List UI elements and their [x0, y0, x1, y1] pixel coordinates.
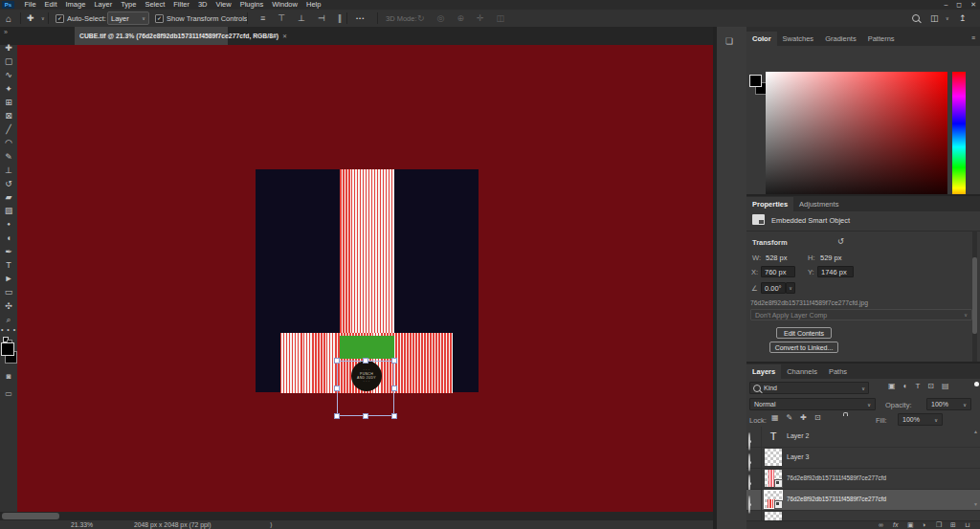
layer-row-pixel[interactable]: Layer 3 — [746, 448, 980, 469]
menu-image[interactable]: Image — [61, 0, 90, 10]
minimize-icon[interactable]: – — [944, 0, 947, 10]
striped-column[interactable] — [340, 169, 394, 333]
blend-mode-dropdown[interactable]: Normal ∨ — [749, 398, 876, 410]
brush-tool[interactable]: ✎ — [0, 150, 17, 164]
workspace-icon[interactable]: ◫ — [930, 10, 939, 27]
transform-handle-top-center[interactable] — [363, 358, 368, 364]
clone-stamp-tool[interactable]: ⊥ — [0, 164, 17, 177]
quick-mask-icon[interactable]: ◙ — [0, 372, 17, 381]
transform-handle-bottom-left[interactable] — [334, 413, 340, 419]
properties-scrollbar[interactable] — [972, 231, 977, 374]
menu-window[interactable]: Window — [268, 0, 302, 10]
menu-layer[interactable]: Layer — [90, 0, 117, 10]
layer-name[interactable]: 76d2e8f92db157311f4589f7ce277cfd — [787, 496, 886, 502]
checkbox-check-icon[interactable]: ✓ — [155, 14, 164, 23]
adjustment-layer-icon[interactable]: ◑ — [922, 521, 925, 528]
search-icon[interactable] — [912, 10, 920, 27]
angle-input[interactable]: 0.00° — [761, 282, 786, 294]
eraser-tool[interactable]: ▰ — [0, 190, 17, 204]
layer-row-partial[interactable] — [746, 511, 980, 520]
home-icon[interactable]: ⌂ — [6, 10, 11, 27]
transform-handle-top-left[interactable] — [334, 358, 340, 364]
tab-paths[interactable]: Paths — [823, 364, 853, 379]
menu-view[interactable]: View — [212, 0, 235, 10]
lock-icon-2[interactable]: ✚ — [800, 413, 807, 422]
menu-file[interactable]: File — [20, 0, 40, 10]
layer-thumbnail[interactable] — [765, 449, 782, 466]
layer-name[interactable]: Layer 2 — [787, 432, 809, 439]
share-icon[interactable]: ↥ — [959, 10, 967, 27]
hue-slider[interactable] — [952, 72, 966, 209]
collapsed-panel-icon[interactable]: ❏ — [725, 36, 733, 46]
smart-object-thumbnail[interactable] — [765, 470, 782, 487]
layer-row-smart-object[interactable]: 76d2e8f92db157311f4589f7ce277cfd — [746, 469, 980, 490]
tab-color[interactable]: Color — [746, 32, 777, 46]
transform-handle-bottom-right[interactable] — [391, 413, 397, 419]
maximize-icon[interactable]: ◻ — [956, 0, 962, 10]
move-tool[interactable]: ✚ — [0, 41, 17, 55]
magic-wand-tool[interactable]: ✦ — [0, 82, 17, 96]
transform-handle-top-right[interactable] — [391, 358, 397, 364]
healing-brush-tool[interactable]: ◠ — [0, 136, 17, 149]
pen-tool[interactable]: ✒ — [0, 245, 17, 258]
auto-select-dropdown[interactable]: Layer ∨ — [107, 10, 149, 27]
align-distribute-icon-2[interactable]: ⊥ — [298, 13, 305, 23]
menu-3d[interactable]: 3D — [193, 0, 212, 10]
lasso-tool[interactable]: ∿ — [0, 68, 17, 81]
y-input[interactable]: 1746 px — [817, 266, 854, 277]
new-layer-icon[interactable]: ⊞ — [950, 521, 956, 529]
layer-filter-dropdown[interactable]: Kind ∨ — [749, 382, 869, 394]
tab-channels[interactable]: Channels — [781, 364, 823, 379]
align-distribute-icon-4[interactable]: ∥ — [338, 13, 343, 23]
shape-tool[interactable]: ▭ — [0, 285, 17, 298]
width-value[interactable]: 528 px — [766, 253, 788, 262]
canvas-area[interactable]: · · · PUNCH AND JUDY · · · — [17, 45, 713, 512]
more-options-icon[interactable]: ••• — [356, 10, 365, 27]
x-input[interactable]: 760 px — [761, 266, 795, 277]
tab-properties[interactable]: Properties — [746, 197, 793, 211]
gradient-tool[interactable]: ▨ — [0, 204, 17, 217]
foreground-color-swatch[interactable] — [1, 342, 14, 356]
link-layers-icon[interactable]: ∞ — [879, 521, 883, 528]
lock-icon-3[interactable]: ⊡ — [814, 413, 821, 422]
menu-select[interactable]: Select — [141, 0, 169, 10]
close-icon[interactable]: ✕ — [970, 0, 976, 10]
menu-type[interactable]: Type — [117, 0, 141, 10]
hand-tool[interactable]: ✣ — [0, 299, 17, 313]
angle-caret-icon[interactable]: ∨ — [786, 282, 795, 294]
layer-row-smart-object-selected[interactable]: 76d2e8f92db157311f4589f7ce277cfd — [746, 490, 980, 511]
color-field[interactable] — [766, 72, 947, 209]
layer-name[interactable]: Layer 3 — [787, 453, 809, 460]
layer-filter-icon-1[interactable]: ◐ — [903, 382, 908, 390]
tab-gradients[interactable]: Gradients — [819, 32, 862, 46]
eyedropper-tool[interactable]: ╱ — [0, 122, 17, 136]
convert-to-linked-button[interactable]: Convert to Linked... — [769, 342, 838, 353]
transform-handle-mid-left[interactable] — [334, 386, 340, 391]
layer-mask-icon[interactable]: ▣ — [907, 521, 914, 529]
reset-transform-icon[interactable]: ↺ — [837, 237, 844, 246]
tab-layers[interactable]: Layers — [746, 364, 781, 379]
dodge-tool[interactable]: ◖ — [0, 231, 17, 245]
marquee-tool[interactable]: ▢ — [0, 55, 17, 68]
align-distribute-icon-3[interactable]: ⊣ — [318, 13, 325, 23]
move-tool-icon[interactable]: ✚ — [27, 10, 34, 27]
transform-handle-mid-right[interactable] — [391, 386, 397, 391]
panel-menu-icon[interactable]: ≡ — [971, 34, 975, 41]
menu-filter[interactable]: Filter — [169, 0, 194, 10]
layer-filter-icon-4[interactable]: ▤ — [942, 382, 949, 390]
scroll-up-icon[interactable]: ▲ — [973, 429, 978, 434]
delete-layer-icon[interactable]: ⊔ — [965, 521, 969, 529]
auto-select-checkbox[interactable]: ✓ Auto-Select: — [56, 10, 106, 27]
align-distribute-icon-1[interactable]: ⊤ — [278, 13, 285, 23]
scrollbar-thumb[interactable] — [972, 257, 977, 334]
layer-row-text[interactable]: T Layer 2 — [746, 427, 980, 448]
move-tool-caret-icon[interactable]: ∨ — [41, 10, 45, 27]
tab-swatches[interactable]: Swatches — [777, 32, 820, 46]
edit-contents-button[interactable]: Edit Contents — [776, 327, 832, 339]
layer-filter-icon-3[interactable]: ⊡ — [927, 382, 934, 390]
transform-handle-bottom-center[interactable] — [363, 413, 368, 419]
horizontal-scrollbar[interactable] — [0, 512, 713, 520]
tab-patterns[interactable]: Patterns — [862, 32, 901, 46]
layer-filter-icon-2[interactable]: T — [915, 382, 920, 390]
smart-object-thumbnail[interactable] — [765, 491, 782, 508]
